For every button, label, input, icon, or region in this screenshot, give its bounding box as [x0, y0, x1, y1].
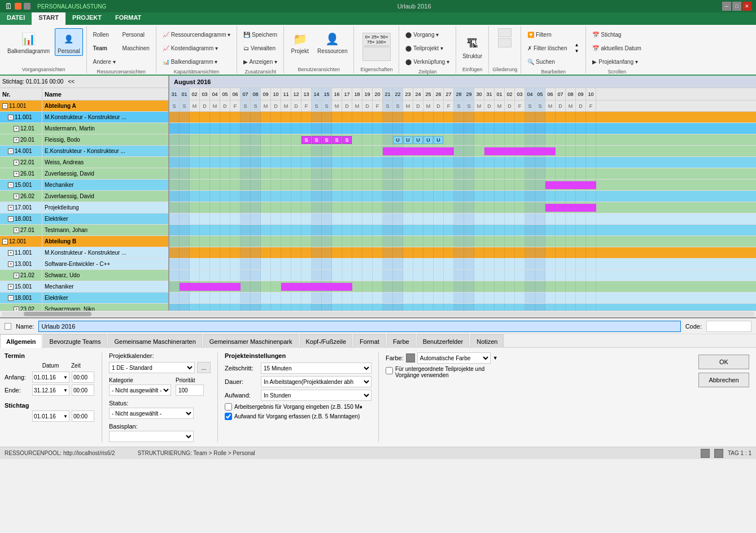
maschinen-button[interactable]: Maschinen — [120, 42, 152, 54]
expand-icon[interactable]: − — [8, 182, 14, 188]
anfang-zeit-input[interactable] — [72, 372, 94, 383]
ende-datum-picker[interactable]: ▼ — [32, 385, 69, 396]
expand-icon[interactable]: − — [2, 239, 8, 244]
anfang-datum-dropdown[interactable]: ▼ — [62, 375, 69, 380]
expand-icon[interactable]: + — [14, 160, 19, 165]
andere-button[interactable]: Andere ▾ — [90, 55, 119, 68]
farbe-dropdown-icon[interactable]: ▼ — [493, 355, 498, 361]
tab-start[interactable]: START — [32, 12, 65, 25]
expand-icon[interactable]: + — [14, 194, 19, 199]
close-button[interactable]: ✕ — [742, 2, 751, 11]
tab-format[interactable]: Format — [353, 334, 386, 348]
nav-left-icon[interactable]: << — [68, 78, 75, 85]
expand-icon[interactable]: − — [8, 216, 14, 222]
verknuepfung-button[interactable]: ⬤ Verknüpfung ▾ — [403, 55, 452, 68]
team-button[interactable]: Team — [90, 42, 119, 54]
stichtag-datum-picker[interactable]: ▼ — [32, 410, 69, 422]
zoom-control[interactable]: 0× 25× 50× 75× 100× — [362, 33, 391, 61]
tab-projekt[interactable]: PROJEKT — [65, 12, 108, 25]
speichern-button[interactable]: 💾 Speichern — [241, 28, 280, 41]
ende-datum-dropdown[interactable]: ▼ — [62, 388, 69, 393]
name-input[interactable] — [38, 321, 680, 332]
prioritaet-input[interactable] — [176, 385, 204, 396]
untergeordnete-checkbox[interactable] — [386, 367, 393, 374]
dauer-select[interactable]: In Arbeitstagen(Projektkalender abh — [261, 376, 372, 387]
teilprojekt-button[interactable]: ⬤ Teilprojekt ▾ — [403, 42, 452, 54]
rollen-button[interactable]: Rollen — [90, 28, 119, 41]
expand-icon[interactable]: + — [14, 137, 19, 143]
anfang-datum-picker[interactable]: ▼ — [32, 372, 69, 383]
redo-icon[interactable] — [24, 3, 30, 10]
code-input[interactable] — [706, 321, 751, 332]
tab-gemeinsame-maschinerarten[interactable]: Gemeinsame Maschinerarten — [108, 334, 202, 348]
basisplan-select[interactable] — [109, 431, 194, 442]
expand-icon[interactable]: + — [14, 228, 19, 233]
personal-button[interactable]: 👤 Personal — [55, 28, 82, 56]
stichtag-datum-dropdown[interactable]: ▼ — [62, 414, 69, 419]
projektkalender-select[interactable]: 1 DE - Standard — [109, 362, 195, 373]
vorgang-button[interactable]: ⬤ Vorgang ▾ — [403, 28, 452, 41]
aufwand-erfassen-checkbox[interactable] — [225, 413, 232, 420]
ressourcendiagramm-button[interactable]: 📈 Ressourcendiagramm ▾ — [160, 28, 233, 41]
farbe-select[interactable]: Automatische Farbe — [417, 352, 491, 364]
struktur-button[interactable]: 🏗 Struktur — [460, 33, 485, 61]
expand-icon[interactable]: − — [8, 115, 14, 120]
tab-farbe[interactable]: Farbe — [387, 334, 416, 348]
expand-icon[interactable]: − — [8, 295, 14, 301]
verwalten-button[interactable]: 🗂 Verwalten — [241, 42, 280, 54]
expand-icon[interactable]: + — [8, 205, 14, 211]
stichtag-zeit-input[interactable] — [72, 410, 94, 422]
balkendiagramm-button[interactable]: 📊 Balkendiagramm — [5, 28, 53, 56]
expand-icon[interactable]: + — [14, 273, 19, 278]
h-scrollbar[interactable] — [0, 311, 756, 317]
aktuelles-datum-button[interactable]: 📅 aktuelles Datum — [589, 42, 644, 54]
tab-benutzerfelder[interactable]: Benutzerfelder — [417, 334, 470, 348]
expand-icon[interactable]: + — [14, 126, 19, 132]
aufwand-select[interactable]: In Stunden — [261, 390, 372, 401]
tab-format[interactable]: FORMAT — [108, 12, 148, 25]
expand-icon[interactable]: + — [8, 250, 14, 256]
expand-icon[interactable]: + — [8, 261, 14, 267]
tab-notizen[interactable]: Notizen — [470, 334, 504, 348]
balkendiagramm2-button[interactable]: 📊 Balkendiagramm ▾ — [160, 55, 233, 68]
minimize-button[interactable]: ─ — [722, 2, 731, 11]
scroll-thumb[interactable] — [24, 312, 91, 316]
stichtag-datum-input[interactable] — [33, 411, 62, 421]
kategorie-select[interactable]: - Nicht ausgewählt - — [109, 385, 171, 396]
anfang-datum-input[interactable] — [33, 372, 62, 382]
status-select[interactable]: - Nicht ausgewählt - — [109, 408, 194, 419]
gliederung-btn2[interactable] — [498, 38, 512, 47]
sort-up-icon[interactable]: ▲ — [575, 42, 579, 47]
filter-loeschen-button[interactable]: ✗ Filter löschen — [525, 42, 570, 54]
arbeitsergebnis-checkbox[interactable] — [225, 403, 232, 410]
expand-icon[interactable]: + — [14, 171, 19, 177]
stichtag-scroll-button[interactable]: 📅 Stichtag — [589, 28, 644, 41]
tab-allgemein[interactable]: Allgemein — [0, 334, 42, 348]
expand-icon[interactable]: − — [8, 148, 14, 154]
personal2-button[interactable]: Personal — [120, 28, 152, 41]
zeitschritt-select[interactable]: 15 Minuten — [261, 362, 372, 374]
expand-icon[interactable]: − — [2, 103, 8, 109]
maximize-button[interactable]: □ — [732, 2, 741, 11]
expand-icon[interactable]: + — [14, 307, 19, 311]
anzeigen-button[interactable]: ▶ Anzeigen ▾ — [241, 55, 280, 68]
abbrechen-button[interactable]: Abbrechen — [698, 373, 749, 387]
tab-bevorzugte-teams[interactable]: Bevorzugte Teams — [43, 334, 107, 348]
tab-datei[interactable]: DATEI — [0, 12, 32, 25]
expand-icon[interactable]: + — [8, 284, 14, 290]
suchen-button[interactable]: 🔍 Suchen — [525, 55, 570, 68]
filtern-button[interactable]: 🔽 Filtern — [525, 28, 570, 41]
projektkalender-browse-button[interactable]: ... — [197, 362, 211, 373]
gliederung-btn1[interactable] — [498, 28, 512, 37]
projekt-button[interactable]: 📁 Projekt — [287, 28, 312, 65]
sort-down-icon[interactable]: ▼ — [575, 49, 579, 54]
tab-kopf-fusszeile[interactable]: Kopf-/Fußzeile — [300, 334, 353, 348]
kostendiagramm-button[interactable]: 📈 Kostendiagramm ▾ — [160, 42, 233, 54]
ressourcen-button[interactable]: 👤 Ressourcen — [314, 28, 350, 65]
undo-icon[interactable] — [15, 3, 21, 10]
projektanfang-button[interactable]: ▶ Projektanfang ▾ — [589, 55, 644, 68]
ende-zeit-input[interactable] — [72, 385, 94, 396]
tab-gemeinsamer-maschinenpark[interactable]: Gemeinsamer Maschinenpark — [203, 334, 299, 348]
ok-button[interactable]: OK — [698, 355, 749, 369]
ende-datum-input[interactable] — [33, 385, 62, 395]
